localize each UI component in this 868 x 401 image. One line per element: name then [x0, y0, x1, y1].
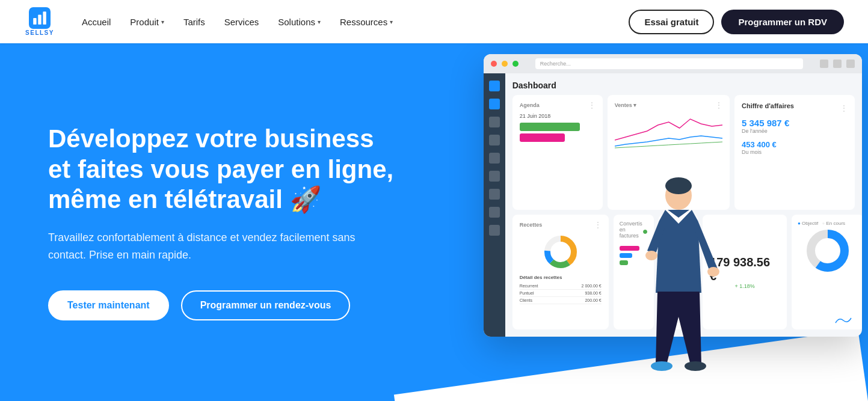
sales-chart: [615, 113, 722, 149]
hero-title: Développez votre business et faites vous…: [48, 124, 442, 215]
nav-services[interactable]: Services: [217, 12, 266, 32]
sidebar-chart-icon: [489, 171, 500, 182]
nav-tarifs[interactable]: Tarifs: [176, 12, 212, 32]
ca-amount1: 5 345 987 €: [742, 118, 848, 128]
logo[interactable]: SELLSY: [24, 7, 55, 36]
sidebar-doc-icon: [489, 189, 500, 200]
ventes-card-header: Ventes ▾ ⋮: [615, 101, 722, 109]
recettes-card: Recettes ⋮: [512, 215, 609, 329]
navbar: SELLSY Accueil Produit ▾ Tarifs Services…: [0, 0, 868, 43]
nav-accueil[interactable]: Accueil: [75, 12, 118, 32]
ca-title: Chiffre d'affaires: [742, 102, 794, 109]
svg-rect-2: [38, 15, 41, 25]
agenda-dots-icon: ⋮: [588, 101, 596, 109]
pie-chart: [798, 230, 858, 272]
dot-red: [491, 61, 497, 67]
recettes-title: Recettes: [520, 222, 543, 228]
dot-green: [512, 61, 519, 67]
produit-chevron-icon: ▾: [161, 19, 164, 25]
ca-card: Chiffre d'affaires ⋮ 5 345 987 € De l'an…: [734, 95, 855, 210]
nav-solutions[interactable]: Solutions ▾: [271, 12, 328, 32]
recettes-detail-title: Détail des recettes: [520, 275, 602, 280]
person-illustration: [612, 173, 733, 401]
browser-icon-1: [820, 60, 828, 68]
logo-text: SELLSY: [25, 29, 54, 36]
recettes-dots-icon: ⋮: [594, 221, 602, 229]
hero-left: Développez votre business et faites vous…: [0, 43, 478, 401]
agenda-card: Agenda ⋮ 21 Juin 2018: [512, 95, 603, 210]
ca-amount2: 453 400 €: [742, 140, 848, 149]
recettes-row-3: Clients 200.00 €: [520, 297, 602, 304]
solutions-chevron-icon: ▾: [318, 19, 321, 25]
sidebar-settings-icon: [489, 225, 500, 236]
ca-card-header: Chiffre d'affaires ⋮: [742, 102, 848, 114]
ca-dots-icon: ⋮: [840, 104, 848, 112]
agenda-card-header: Agenda ⋮: [520, 101, 596, 109]
recettes-details: Détail des recettes Recurrent 2 000.00 €…: [520, 275, 602, 304]
recettes-row-1: Recurrent 2 000.00 €: [520, 283, 602, 290]
agenda-label: Agenda: [520, 102, 540, 108]
agenda-bar-pink: [520, 133, 565, 142]
pie-small-card: ● Objectif ● En cours: [792, 215, 862, 329]
sidebar-grid-icon: [489, 153, 500, 164]
svg-point-12: [645, 251, 657, 260]
test-button[interactable]: Tester maintenant: [48, 290, 169, 320]
browser-icons: [820, 60, 855, 68]
sidebar-user-icon: [489, 117, 500, 127]
factures-signature-icon: [834, 316, 852, 327]
svg-point-13: [707, 267, 719, 277]
svg-point-15: [685, 361, 706, 371]
sidebar-cart-icon: [489, 207, 500, 218]
ca-label1: De l'année: [742, 128, 848, 134]
sidebar-home-icon: [489, 99, 500, 109]
svg-point-11: [665, 177, 692, 194]
donut-chart: [520, 234, 602, 270]
browser-icon-3: [846, 60, 855, 68]
nav-ressources[interactable]: Ressources ▾: [333, 12, 400, 32]
recettes-header: Recettes ⋮: [520, 221, 602, 229]
recettes-row-2: Puntuel 938.00 €: [520, 290, 602, 297]
svg-point-14: [651, 361, 673, 371]
agenda-bar-green: [520, 123, 580, 131]
sidebar-logo-icon: [489, 81, 500, 91]
ventes-label: Ventes ▾: [615, 102, 637, 108]
nav-actions: Essai gratuit Programmer un RDV: [629, 10, 844, 34]
hero-right: Recherche...: [478, 43, 868, 401]
ca-label2: Du mois: [742, 149, 848, 155]
dashboard-title: Dashboard: [512, 81, 855, 90]
sidebar-heart-icon: [489, 135, 500, 145]
agenda-date: 21 Juin 2018: [520, 113, 596, 119]
browser-search: Recherche...: [535, 58, 803, 69]
nav-produit[interactable]: Produit ▾: [123, 12, 171, 32]
pie-legend: ● Objectif ● En cours: [798, 221, 858, 226]
hero-section: Développez votre business et faites vous…: [0, 43, 868, 401]
big-number-change: + 1.18%: [734, 283, 754, 289]
browser-icon-2: [833, 60, 842, 68]
svg-rect-3: [43, 11, 46, 25]
nav-links: Accueil Produit ▾ Tarifs Services Soluti…: [75, 12, 629, 32]
dot-yellow: [502, 61, 508, 67]
hero-buttons: Tester maintenant Programmer un rendez-v…: [48, 290, 442, 320]
rdv-button[interactable]: Programmer un RDV: [721, 10, 844, 34]
ressources-chevron-icon: ▾: [390, 19, 393, 25]
svg-rect-1: [33, 18, 36, 25]
ventes-dots-icon: ⋮: [715, 101, 722, 109]
trial-button[interactable]: Essai gratuit: [629, 10, 714, 34]
rdv-hero-button[interactable]: Programmer un rendez-vous: [181, 290, 351, 320]
dashboard-sidebar: [484, 73, 505, 337]
browser-search-text: Recherche...: [540, 61, 571, 67]
hero-subtitle: Travaillez confortablement à distance et…: [48, 229, 361, 264]
dashboard-topbar: Recherche...: [484, 54, 862, 73]
